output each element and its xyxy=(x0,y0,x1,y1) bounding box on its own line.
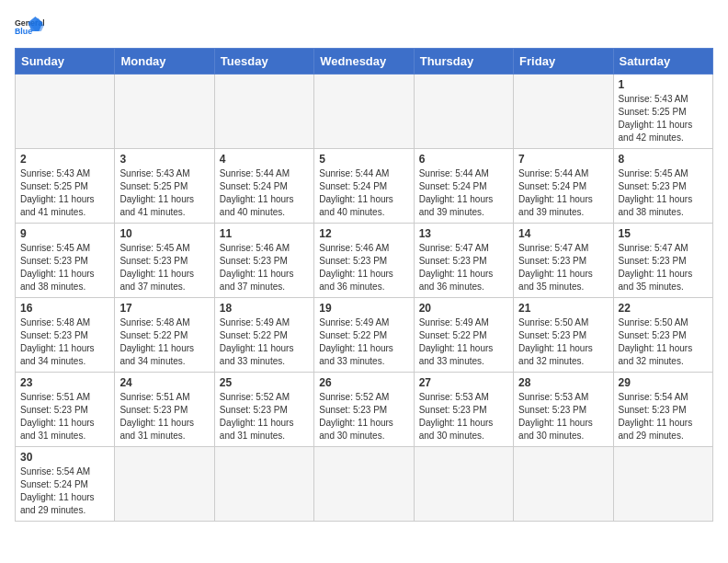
day-number: 15 xyxy=(619,227,708,240)
day-info: Sunrise: 5:45 AM Sunset: 5:23 PM Dayligh… xyxy=(119,242,209,293)
calendar-cell xyxy=(115,75,214,149)
day-info: Sunrise: 5:52 AM Sunset: 5:23 PM Dayligh… xyxy=(319,391,408,442)
calendar-cell: 28Sunrise: 5:53 AM Sunset: 5:23 PM Dayli… xyxy=(514,373,613,447)
calendar-cell: 9Sunrise: 5:45 AM Sunset: 5:23 PM Daylig… xyxy=(16,224,115,298)
calendar-week-5: 30Sunrise: 5:54 AM Sunset: 5:24 PM Dayli… xyxy=(16,447,713,522)
day-number: 18 xyxy=(220,302,309,315)
calendar-cell: 16Sunrise: 5:48 AM Sunset: 5:23 PM Dayli… xyxy=(16,298,115,373)
day-number: 23 xyxy=(20,376,109,389)
day-info: Sunrise: 5:49 AM Sunset: 5:22 PM Dayligh… xyxy=(419,316,508,368)
calendar-cell xyxy=(514,75,613,149)
calendar-cell: 22Sunrise: 5:50 AM Sunset: 5:23 PM Dayli… xyxy=(613,298,712,373)
calendar-cell xyxy=(214,75,313,149)
header-sunday: Sunday xyxy=(16,49,115,75)
calendar-cell xyxy=(414,75,513,149)
day-info: Sunrise: 5:44 AM Sunset: 5:24 PM Dayligh… xyxy=(319,167,408,219)
day-number: 20 xyxy=(419,302,508,315)
calendar-cell: 26Sunrise: 5:52 AM Sunset: 5:23 PM Dayli… xyxy=(314,373,414,447)
day-info: Sunrise: 5:44 AM Sunset: 5:24 PM Dayligh… xyxy=(518,167,608,219)
day-number: 24 xyxy=(119,376,209,389)
calendar-cell: 25Sunrise: 5:52 AM Sunset: 5:23 PM Dayli… xyxy=(214,373,313,447)
calendar-cell: 1Sunrise: 5:43 AM Sunset: 5:25 PM Daylig… xyxy=(613,75,712,149)
calendar-cell: 18Sunrise: 5:49 AM Sunset: 5:22 PM Dayli… xyxy=(214,298,313,373)
header-friday: Friday xyxy=(514,49,613,75)
day-info: Sunrise: 5:47 AM Sunset: 5:23 PM Dayligh… xyxy=(419,242,508,293)
header-thursday: Thursday xyxy=(414,49,513,75)
day-info: Sunrise: 5:47 AM Sunset: 5:23 PM Dayligh… xyxy=(619,242,708,293)
day-info: Sunrise: 5:53 AM Sunset: 5:23 PM Dayligh… xyxy=(518,391,608,442)
header-wednesday: Wednesday xyxy=(314,49,414,75)
day-info: Sunrise: 5:49 AM Sunset: 5:22 PM Dayligh… xyxy=(220,316,309,368)
day-info: Sunrise: 5:45 AM Sunset: 5:23 PM Dayligh… xyxy=(20,242,109,293)
calendar-cell: 30Sunrise: 5:54 AM Sunset: 5:24 PM Dayli… xyxy=(16,447,115,522)
svg-text:Blue: Blue xyxy=(15,27,32,36)
day-info: Sunrise: 5:46 AM Sunset: 5:23 PM Dayligh… xyxy=(220,242,309,293)
day-info: Sunrise: 5:46 AM Sunset: 5:23 PM Dayligh… xyxy=(319,242,408,293)
calendar-cell: 21Sunrise: 5:50 AM Sunset: 5:23 PM Dayli… xyxy=(514,298,613,373)
calendar-cell xyxy=(214,447,313,522)
calendar-cell: 20Sunrise: 5:49 AM Sunset: 5:22 PM Dayli… xyxy=(414,298,513,373)
day-info: Sunrise: 5:50 AM Sunset: 5:23 PM Dayligh… xyxy=(518,316,608,368)
calendar-cell xyxy=(115,447,214,522)
calendar-cell: 17Sunrise: 5:48 AM Sunset: 5:22 PM Dayli… xyxy=(115,298,214,373)
day-number: 2 xyxy=(20,153,109,166)
calendar-cell: 5Sunrise: 5:44 AM Sunset: 5:24 PM Daylig… xyxy=(314,149,414,224)
calendar-cell: 23Sunrise: 5:51 AM Sunset: 5:23 PM Dayli… xyxy=(16,373,115,447)
calendar: SundayMondayTuesdayWednesdayThursdayFrid… xyxy=(15,48,713,522)
day-info: Sunrise: 5:47 AM Sunset: 5:23 PM Dayligh… xyxy=(518,242,608,293)
day-info: Sunrise: 5:43 AM Sunset: 5:25 PM Dayligh… xyxy=(20,167,109,219)
calendar-cell: 11Sunrise: 5:46 AM Sunset: 5:23 PM Dayli… xyxy=(214,224,313,298)
day-info: Sunrise: 5:44 AM Sunset: 5:24 PM Dayligh… xyxy=(419,167,508,219)
calendar-cell: 6Sunrise: 5:44 AM Sunset: 5:24 PM Daylig… xyxy=(414,149,513,224)
day-info: Sunrise: 5:49 AM Sunset: 5:22 PM Dayligh… xyxy=(319,316,408,368)
day-number: 27 xyxy=(419,376,508,389)
calendar-cell: 27Sunrise: 5:53 AM Sunset: 5:23 PM Dayli… xyxy=(414,373,513,447)
calendar-cell: 29Sunrise: 5:54 AM Sunset: 5:23 PM Dayli… xyxy=(613,373,712,447)
day-number: 1 xyxy=(619,78,708,91)
day-number: 29 xyxy=(619,376,708,389)
day-info: Sunrise: 5:52 AM Sunset: 5:23 PM Dayligh… xyxy=(220,391,309,442)
calendar-cell: 13Sunrise: 5:47 AM Sunset: 5:23 PM Dayli… xyxy=(414,224,513,298)
calendar-week-0: 1Sunrise: 5:43 AM Sunset: 5:25 PM Daylig… xyxy=(16,75,713,149)
day-info: Sunrise: 5:45 AM Sunset: 5:23 PM Dayligh… xyxy=(619,167,708,219)
calendar-cell: 14Sunrise: 5:47 AM Sunset: 5:23 PM Dayli… xyxy=(514,224,613,298)
day-number: 11 xyxy=(220,227,309,240)
day-number: 26 xyxy=(319,376,408,389)
calendar-cell: 8Sunrise: 5:45 AM Sunset: 5:23 PM Daylig… xyxy=(613,149,712,224)
calendar-cell: 10Sunrise: 5:45 AM Sunset: 5:23 PM Dayli… xyxy=(115,224,214,298)
calendar-cell xyxy=(613,447,712,522)
day-number: 6 xyxy=(419,153,508,166)
calendar-cell xyxy=(414,447,513,522)
calendar-cell xyxy=(314,75,414,149)
day-info: Sunrise: 5:54 AM Sunset: 5:24 PM Dayligh… xyxy=(20,465,109,517)
day-info: Sunrise: 5:48 AM Sunset: 5:23 PM Dayligh… xyxy=(20,316,109,368)
header-monday: Monday xyxy=(115,49,214,75)
day-info: Sunrise: 5:43 AM Sunset: 5:25 PM Dayligh… xyxy=(119,167,209,219)
day-number: 13 xyxy=(419,227,508,240)
day-info: Sunrise: 5:44 AM Sunset: 5:24 PM Dayligh… xyxy=(220,167,309,219)
calendar-cell: 19Sunrise: 5:49 AM Sunset: 5:22 PM Dayli… xyxy=(314,298,414,373)
day-number: 28 xyxy=(518,376,608,389)
day-info: Sunrise: 5:50 AM Sunset: 5:23 PM Dayligh… xyxy=(619,316,708,368)
day-info: Sunrise: 5:53 AM Sunset: 5:23 PM Dayligh… xyxy=(419,391,508,442)
calendar-cell xyxy=(314,447,414,522)
day-info: Sunrise: 5:51 AM Sunset: 5:23 PM Dayligh… xyxy=(119,391,209,442)
day-number: 16 xyxy=(20,302,109,315)
calendar-week-4: 23Sunrise: 5:51 AM Sunset: 5:23 PM Dayli… xyxy=(16,373,713,447)
day-number: 5 xyxy=(319,153,408,166)
day-number: 22 xyxy=(619,302,708,315)
header: General Blue xyxy=(15,15,713,40)
calendar-week-3: 16Sunrise: 5:48 AM Sunset: 5:23 PM Dayli… xyxy=(16,298,713,373)
day-number: 10 xyxy=(119,227,209,240)
calendar-week-1: 2Sunrise: 5:43 AM Sunset: 5:25 PM Daylig… xyxy=(16,149,713,224)
day-number: 7 xyxy=(518,153,608,166)
day-number: 4 xyxy=(220,153,309,166)
calendar-cell xyxy=(514,447,613,522)
day-info: Sunrise: 5:54 AM Sunset: 5:23 PM Dayligh… xyxy=(619,391,708,442)
calendar-cell: 15Sunrise: 5:47 AM Sunset: 5:23 PM Dayli… xyxy=(613,224,712,298)
day-info: Sunrise: 5:48 AM Sunset: 5:22 PM Dayligh… xyxy=(119,316,209,368)
calendar-week-2: 9Sunrise: 5:45 AM Sunset: 5:23 PM Daylig… xyxy=(16,224,713,298)
logo-svg: General Blue xyxy=(15,15,44,40)
day-number: 21 xyxy=(518,302,608,315)
day-number: 14 xyxy=(518,227,608,240)
